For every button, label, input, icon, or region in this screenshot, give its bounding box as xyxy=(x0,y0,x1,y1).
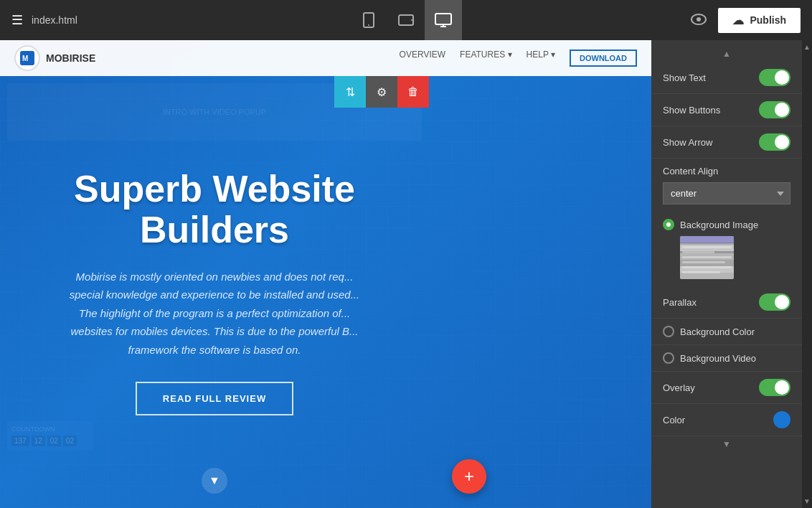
show-arrow-toggle[interactable] xyxy=(759,133,790,151)
publish-button[interactable]: ☁ Publish xyxy=(718,8,801,33)
show-text-label: Show Text xyxy=(663,72,706,83)
panel-scroll-up[interactable]: ▲ xyxy=(651,46,802,62)
bg-image-section: Background Image xyxy=(651,212,802,286)
parallax-label: Parallax xyxy=(663,297,697,308)
brand-name: MOBIRISE xyxy=(46,52,95,64)
overlay-label: Overlay xyxy=(663,382,695,393)
mobile-view-button[interactable] xyxy=(350,0,387,40)
show-arrow-row: Show Arrow xyxy=(651,126,802,159)
bg-image-radio[interactable] xyxy=(663,219,674,230)
color-swatch[interactable] xyxy=(773,411,790,428)
thumb-line-2 xyxy=(682,251,714,253)
show-buttons-toggle[interactable] xyxy=(759,101,790,118)
parallax-toggle[interactable] xyxy=(759,293,790,311)
svg-point-6 xyxy=(697,17,701,22)
hero-section: Superb WebsiteBuilders Mobirise is mostl… xyxy=(0,76,429,508)
show-text-toggle[interactable] xyxy=(759,69,790,86)
topbar: ☰ index.html ☁ Publish xyxy=(0,0,812,40)
nav-help[interactable]: HELP ▾ xyxy=(527,50,555,67)
show-arrow-label: Show Arrow xyxy=(663,137,712,148)
cloud-icon: ☁ xyxy=(732,14,744,27)
overlay-row: Overlay xyxy=(651,372,802,404)
svg-text:M: M xyxy=(22,55,28,62)
canvas-logo: M MOBIRISE xyxy=(14,45,95,71)
desktop-view-button[interactable] xyxy=(425,0,462,40)
right-scrollbar: ▲ ▼ xyxy=(802,40,812,508)
thumb-line-1 xyxy=(682,246,732,248)
bg-image-thumbnail[interactable] xyxy=(680,236,734,279)
show-text-row: Show Text xyxy=(651,62,802,94)
settings-panel: ▲ Show Text Show Buttons Show Arrow Cont… xyxy=(651,40,802,508)
show-buttons-label: Show Buttons xyxy=(663,105,720,116)
svg-point-1 xyxy=(368,24,369,26)
nav-links: OVERVIEW FEATURES ▾ HELP ▾ DOWNLOAD xyxy=(400,50,637,67)
bg-image-label: Background Image xyxy=(680,220,758,230)
tablet-view-button[interactable] xyxy=(387,0,425,40)
show-buttons-row: Show Buttons xyxy=(651,94,802,126)
bg-color-label: Background Color xyxy=(680,326,755,337)
svg-rect-4 xyxy=(435,14,451,24)
content-align-label: Content Align xyxy=(663,166,790,177)
bg-video-radio[interactable] xyxy=(663,352,674,364)
delete-block-button[interactable]: 🗑 xyxy=(397,76,429,108)
overlay-toggle[interactable] xyxy=(759,379,790,396)
bg-color-row: Background Color xyxy=(651,319,802,345)
scroll-up-arrow[interactable]: ▲ xyxy=(803,43,811,51)
canvas-navbar: M MOBIRISE OVERVIEW FEATURES ▾ HELP ▾ DO… xyxy=(0,40,651,76)
color-row: Color xyxy=(651,404,802,436)
bg-video-inner: Background Video xyxy=(663,352,756,364)
filename-label: index.html xyxy=(32,14,77,26)
thumb-line-4 xyxy=(682,261,725,263)
hero-subtitle: Mobirise is mostly oriented on newbies a… xyxy=(70,268,359,359)
bg-video-row: Background Video xyxy=(651,345,802,372)
hero-title: Superb WebsiteBuilders xyxy=(74,169,355,250)
content-align-dropdown[interactable]: left center right xyxy=(663,182,790,204)
main-area: INTRO WITH VIDEO POPUP COUNTDOWN 137 12 … xyxy=(0,40,812,508)
hero-arrow[interactable]: ▼ xyxy=(202,468,227,494)
bg-video-label: Background Video xyxy=(680,353,756,364)
nav-overview[interactable]: OVERVIEW xyxy=(400,50,445,67)
canvas-action-buttons: ⇅ ⚙ 🗑 xyxy=(334,76,429,108)
preview-icon[interactable] xyxy=(691,11,707,29)
thumbnail-preview xyxy=(680,236,734,279)
add-block-button[interactable]: + xyxy=(452,459,486,494)
scroll-down-arrow[interactable]: ▼ xyxy=(803,497,811,505)
nav-features[interactable]: FEATURES ▾ xyxy=(460,50,511,67)
color-label: Color xyxy=(663,415,685,425)
hero-cta-button[interactable]: READ FULL REVIEW xyxy=(136,382,293,415)
bg-image-row: Background Image xyxy=(663,219,790,230)
thumb-nav-bar xyxy=(680,236,734,243)
swap-button[interactable]: ⇅ xyxy=(334,76,366,108)
canvas: INTRO WITH VIDEO POPUP COUNTDOWN 137 12 … xyxy=(0,40,651,508)
thumb-line-3 xyxy=(682,256,732,258)
svg-point-3 xyxy=(411,19,412,21)
parallax-row: Parallax xyxy=(651,286,802,319)
panel-scroll-down[interactable]: ▼ xyxy=(651,436,802,452)
content-align-section: Content Align left center right xyxy=(651,159,802,212)
nav-download-button[interactable]: DOWNLOAD xyxy=(570,50,637,67)
bg-color-inner: Background Color xyxy=(663,326,755,337)
logo-image: M xyxy=(14,45,40,71)
bg-color-radio[interactable] xyxy=(663,326,674,337)
menu-icon[interactable]: ☰ xyxy=(11,12,23,28)
block-settings-button[interactable]: ⚙ xyxy=(366,76,397,108)
thumb-line-6 xyxy=(682,271,720,273)
thumb-line-5 xyxy=(682,266,732,268)
device-switcher xyxy=(350,0,462,40)
